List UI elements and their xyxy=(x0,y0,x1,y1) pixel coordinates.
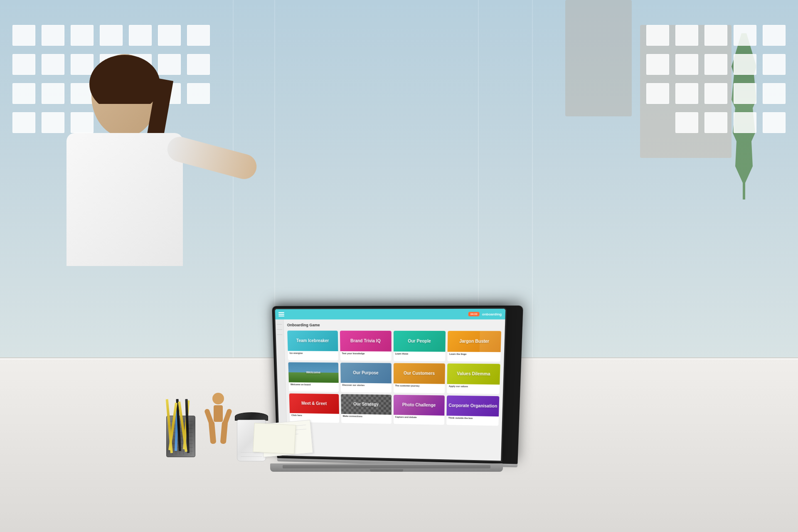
card-team-icebreaker[interactable]: Team Icebreaker Ice energise xyxy=(287,330,338,360)
card-footer: Welcome on board xyxy=(289,382,339,392)
wooden-figure-leg-left xyxy=(209,421,217,444)
sidebar-item[interactable] xyxy=(277,321,282,325)
sticky-note xyxy=(763,54,786,75)
sticky-note xyxy=(675,25,698,46)
timer-badge: 04:33 xyxy=(468,312,479,316)
sidebar-item[interactable] xyxy=(277,331,282,335)
card-footer: Make connections xyxy=(341,414,392,424)
wooden-figure xyxy=(204,393,233,459)
card-our-people[interactable]: Our People Learn these xyxy=(393,331,446,361)
sticky-note xyxy=(704,25,727,46)
sticky-note xyxy=(646,54,669,75)
sticky-note xyxy=(704,83,727,104)
sticky-note xyxy=(704,54,727,75)
main-title: Onboarding Game xyxy=(287,323,502,328)
card-jargon-buster[interactable]: Jargon Buster Learn the lingo xyxy=(448,331,501,362)
sticky-note xyxy=(763,25,786,46)
wooden-figure-head xyxy=(212,393,224,404)
app-header: 04:33 onboarding xyxy=(275,309,506,320)
building-2 xyxy=(565,0,632,116)
sticky-note xyxy=(763,112,786,133)
card-our-strategy[interactable]: Our Strategy Make connections xyxy=(341,394,392,424)
card-title: Brand Trivia IQ xyxy=(350,338,381,344)
header-right: 04:33 onboarding xyxy=(468,312,502,316)
card-footer: Learn these xyxy=(393,352,445,362)
pencil-holder xyxy=(162,399,200,457)
app-title: onboarding xyxy=(482,312,502,316)
card-footer: Think outside the box xyxy=(446,416,499,426)
cup-line xyxy=(241,456,262,457)
laptop-trackpad xyxy=(370,469,403,472)
card-title: Photo Challenge xyxy=(402,402,436,408)
sticky-note xyxy=(675,112,698,133)
card-our-purpose[interactable]: Our Purpose Discover our stories xyxy=(340,363,392,393)
sticky-note xyxy=(646,25,669,46)
card-title: Values Dilemma xyxy=(457,371,490,377)
card-title: Corporate Organisation xyxy=(448,403,497,409)
card-footer: Test your knowledge xyxy=(340,351,391,361)
sticky-note xyxy=(763,83,786,104)
paper-2 xyxy=(253,423,296,454)
cards-grid: Team Icebreaker Ice energise Bra xyxy=(287,330,501,426)
card-title: Our People xyxy=(408,339,431,344)
app-main: Onboarding Game Team Icebreaker Ice ener… xyxy=(283,320,505,461)
card-our-customers[interactable]: Our Customers The customer journey xyxy=(393,363,445,394)
laptop-keyboard-base xyxy=(270,463,503,472)
sticky-note xyxy=(734,54,756,75)
card-brand-trivia[interactable]: Brand Trivia IQ Test your knowledge xyxy=(340,331,392,361)
card-title: Our Purpose xyxy=(353,370,378,376)
wooden-figure-leg-right xyxy=(220,421,228,444)
sticky-note xyxy=(734,112,756,133)
card-footer: The customer journey xyxy=(393,384,445,394)
card-footer: Apply our values xyxy=(447,384,500,394)
card-welcome[interactable]: Welcome Welcome on board xyxy=(288,362,338,392)
person-hair xyxy=(89,54,160,104)
sticky-note xyxy=(704,112,727,133)
app-header-left xyxy=(278,312,284,316)
card-values-dilemma[interactable]: Values Dilemma Apply our values xyxy=(447,364,500,394)
card-title: Our Customers xyxy=(404,371,435,376)
card-title: Meet & Greet xyxy=(301,401,327,406)
card-footer: Discover our stories xyxy=(340,383,391,393)
sticky-note xyxy=(675,54,698,75)
sticky-note xyxy=(734,25,756,46)
sticky-note xyxy=(734,83,756,104)
card-footer: Capture and debate xyxy=(393,415,444,425)
sidebar-item[interactable] xyxy=(277,326,282,330)
sticky-note xyxy=(675,83,698,104)
wooden-figure-body xyxy=(214,405,223,422)
card-footer: Ice energise xyxy=(288,351,338,360)
card-meet-greet[interactable]: Meet & Greet Click here xyxy=(289,394,339,423)
card-title: Jargon Buster xyxy=(459,339,489,344)
card-footer: Learn the lingo xyxy=(448,352,501,362)
cup-lid xyxy=(235,412,268,421)
person-body xyxy=(66,133,183,266)
card-title: Team Icebreaker xyxy=(296,338,329,344)
card-corporate-organisation[interactable]: Corporate Organisation Think outside the… xyxy=(446,396,499,426)
hamburger-icon[interactable] xyxy=(278,312,284,316)
card-photo-challenge[interactable]: Photo Challenge Capture and debate xyxy=(393,395,445,425)
laptop-keyboard-area xyxy=(283,465,490,468)
card-title: Welcome xyxy=(306,370,320,374)
card-title: Our Strategy xyxy=(353,402,379,407)
sticky-note xyxy=(646,83,669,104)
